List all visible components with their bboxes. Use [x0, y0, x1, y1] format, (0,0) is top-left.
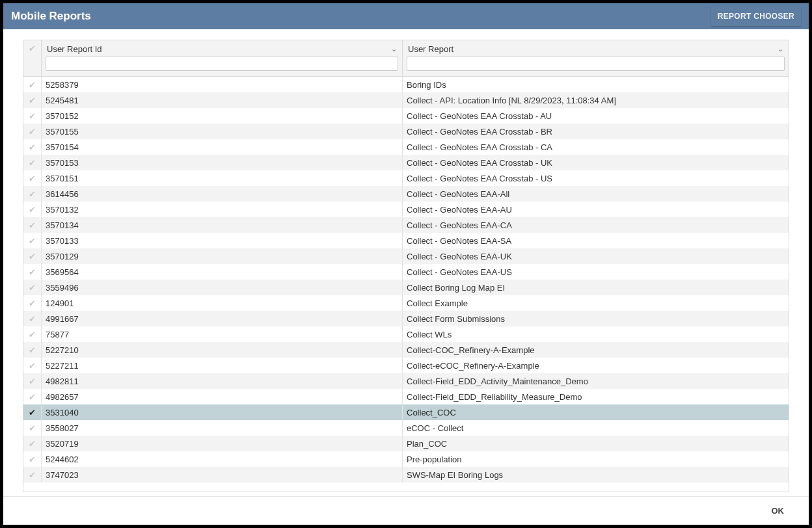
row-name-cell: Pre-population [403, 451, 789, 467]
table-row[interactable]: ✔3559496Collect Boring Log Map EI [23, 280, 789, 295]
row-id-cell: 3570155 [42, 124, 403, 139]
table-row[interactable]: ✔5227211Collect-eCOC_Refinery-A-Example [23, 358, 789, 373]
table-row[interactable]: ✔4982811Collect-Field_EDD_Activity_Maint… [23, 373, 789, 389]
row-name-cell: Collect - GeoNotes EAA-AU [403, 202, 789, 217]
row-check-cell[interactable]: ✔ [23, 202, 42, 217]
row-check-cell[interactable]: ✔ [23, 389, 42, 404]
table-row[interactable]: ✔3570153Collect - GeoNotes EAA Crosstab … [23, 155, 789, 170]
table-row[interactable]: ✔3570133Collect - GeoNotes EAA-SA [23, 233, 789, 248]
row-name-cell: eCOC - Collect [403, 420, 789, 436]
table-row[interactable]: ✔3531040Collect_COC [23, 404, 789, 420]
check-icon: ✔ [29, 455, 36, 464]
row-check-cell[interactable]: ✔ [23, 342, 42, 358]
row-check-cell[interactable]: ✔ [23, 217, 42, 233]
check-icon: ✔ [29, 112, 36, 120]
row-name-cell: Boring IDs [403, 77, 789, 92]
table-row[interactable]: ✔3569564Collect - GeoNotes EAA-US [23, 264, 789, 280]
row-name-cell: Collect - GeoNotes EAA-All [403, 186, 789, 202]
row-check-cell[interactable]: ✔ [23, 404, 42, 420]
row-check-cell[interactable]: ✔ [23, 436, 42, 451]
filter-input-name[interactable] [407, 57, 785, 71]
table-row[interactable]: ✔5258379Boring IDs [23, 77, 789, 92]
row-id-cell: 3570151 [42, 170, 403, 186]
row-name-cell: Collect WLs [403, 326, 789, 342]
table-row[interactable]: ✔3570152Collect - GeoNotes EAA Crosstab … [23, 108, 789, 124]
table-row[interactable]: ✔3614456Collect - GeoNotes EAA-All [23, 186, 789, 202]
dialog-footer: OK [3, 496, 809, 525]
row-check-cell[interactable]: ✔ [23, 420, 42, 436]
table-row[interactable]: ✔3570134Collect - GeoNotes EAA-CA [23, 217, 789, 233]
row-id-cell: 5258379 [42, 77, 403, 92]
ok-button[interactable]: OK [766, 502, 790, 520]
content-area: ✔ User Report Id ⌄ User Report ⌄ [3, 29, 809, 496]
row-name-cell: Collect - GeoNotes EAA-SA [403, 233, 789, 248]
row-name-cell: Collect - GeoNotes EAA-US [403, 264, 789, 280]
table-row[interactable]: ✔3558027eCOC - Collect [23, 420, 789, 436]
row-check-cell[interactable]: ✔ [23, 311, 42, 326]
table-row[interactable]: ✔124901Collect Example [23, 295, 789, 311]
check-icon: ✔ [29, 143, 36, 152]
table-row[interactable]: ✔3570132Collect - GeoNotes EAA-AU [23, 202, 789, 217]
row-check-cell[interactable]: ✔ [23, 248, 42, 264]
check-icon: ✔ [29, 393, 36, 401]
row-check-cell[interactable]: ✔ [23, 280, 42, 295]
check-icon: ✔ [29, 346, 36, 354]
row-check-cell[interactable]: ✔ [23, 139, 42, 155]
dialog-header: Mobile Reports REPORT CHOOSER [3, 3, 809, 29]
row-check-cell[interactable]: ✔ [23, 186, 42, 202]
row-id-cell: 5245481 [42, 92, 403, 108]
table-row[interactable]: ✔3570151Collect - GeoNotes EAA Crosstab … [23, 170, 789, 186]
table-row[interactable]: ✔3570154Collect - GeoNotes EAA Crosstab … [23, 139, 789, 155]
table-row[interactable]: ✔5244602Pre-population [23, 451, 789, 467]
row-check-cell[interactable]: ✔ [23, 467, 42, 482]
row-name-cell: Collect-Field_EDD_Reliability_Measure_De… [403, 389, 789, 404]
row-check-cell[interactable]: ✔ [23, 77, 42, 92]
grid-body[interactable]: ✔5258379Boring IDs✔5245481Collect - API:… [23, 77, 789, 492]
row-check-cell[interactable]: ✔ [23, 295, 42, 311]
row-id-cell: 3569564 [42, 264, 403, 280]
check-icon: ✔ [29, 299, 36, 308]
row-check-cell[interactable]: ✔ [23, 233, 42, 248]
row-id-cell: 5227211 [42, 358, 403, 373]
row-check-cell[interactable]: ✔ [23, 264, 42, 280]
row-check-cell[interactable]: ✔ [23, 108, 42, 124]
column-header-select[interactable]: ✔ [23, 40, 42, 76]
table-row[interactable]: ✔5227210Collect-COC_Refinery-A-Example [23, 342, 789, 358]
table-row[interactable]: ✔75877Collect WLs [23, 326, 789, 342]
table-row[interactable]: ✔4982657Collect-Field_EDD_Reliability_Me… [23, 389, 789, 404]
row-name-cell: Collect - GeoNotes EAA Crosstab - BR [403, 124, 789, 139]
check-icon: ✔ [29, 471, 36, 479]
row-name-cell: Collect - GeoNotes EAA Crosstab - CA [403, 139, 789, 155]
row-check-cell[interactable]: ✔ [23, 155, 42, 170]
row-id-cell: 5227210 [42, 342, 403, 358]
row-name-cell: Collect-eCOC_Refinery-A-Example [403, 358, 789, 373]
check-icon: ✔ [29, 174, 36, 183]
check-icon: ✔ [29, 377, 36, 386]
row-name-cell: Collect-Field_EDD_Activity_Maintenance_D… [403, 373, 789, 389]
filter-input-id[interactable] [46, 57, 398, 71]
table-row[interactable]: ✔3570129Collect - GeoNotes EAA-UK [23, 248, 789, 264]
row-name-cell: Collect - GeoNotes EAA-UK [403, 248, 789, 264]
row-name-cell: Collect_COC [403, 404, 789, 420]
check-all-icon: ✔ [29, 44, 36, 53]
table-row[interactable]: ✔4991667Collect Form Submissions [23, 311, 789, 326]
row-check-cell[interactable]: ✔ [23, 170, 42, 186]
check-icon: ✔ [29, 330, 36, 339]
row-check-cell[interactable]: ✔ [23, 373, 42, 389]
row-check-cell[interactable]: ✔ [23, 124, 42, 139]
column-header-name[interactable]: User Report ⌄ [403, 40, 789, 76]
row-id-cell: 3570152 [42, 108, 403, 124]
table-row[interactable]: ✔5245481Collect - API: Location Info [NL… [23, 92, 789, 108]
row-check-cell[interactable]: ✔ [23, 92, 42, 108]
check-icon: ✔ [29, 440, 36, 448]
table-row[interactable]: ✔3747023SWS-Map EI Boring Logs [23, 467, 789, 482]
row-id-cell: 4991667 [42, 311, 403, 326]
row-check-cell[interactable]: ✔ [23, 451, 42, 467]
report-chooser-button[interactable]: REPORT CHOOSER [711, 7, 801, 26]
table-row[interactable]: ✔3570155Collect - GeoNotes EAA Crosstab … [23, 124, 789, 139]
row-check-cell[interactable]: ✔ [23, 326, 42, 342]
column-header-id[interactable]: User Report Id ⌄ [42, 40, 403, 76]
row-check-cell[interactable]: ✔ [23, 358, 42, 373]
check-icon: ✔ [29, 252, 36, 261]
table-row[interactable]: ✔3520719Plan_COC [23, 436, 789, 451]
